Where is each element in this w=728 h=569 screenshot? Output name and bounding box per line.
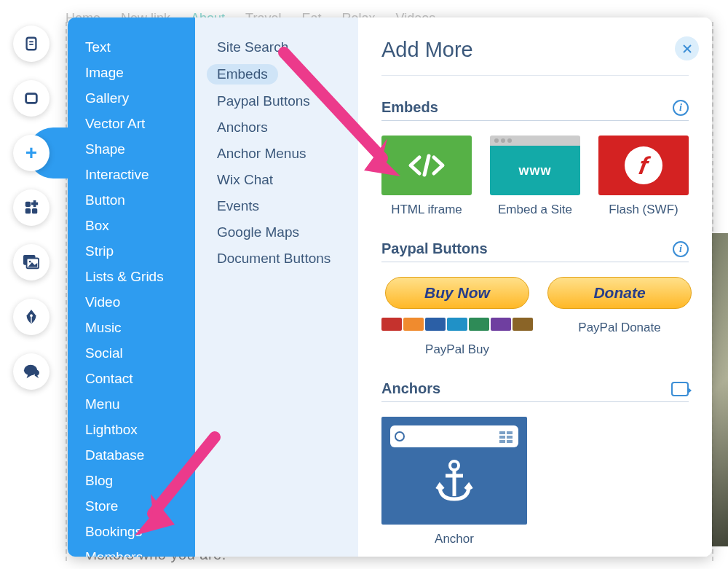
category-members[interactable]: Members	[82, 548, 195, 557]
anchor-element[interactable]: Anchor	[381, 417, 527, 546]
html-iframe-thumb	[381, 136, 472, 195]
embed-flash[interactable]: f Flash (SWF)	[598, 136, 689, 217]
category-lightbox[interactable]: Lightbox	[82, 420, 195, 439]
info-icon[interactable]: i	[673, 241, 689, 257]
embed-label: HTML iframe	[391, 203, 462, 217]
section-title-paypal: Paypal Buttons	[381, 240, 488, 257]
apps-button[interactable]	[13, 189, 50, 226]
flash-icon: f	[625, 146, 662, 184]
paypal-donate[interactable]: Donate PayPal Donate	[547, 277, 692, 357]
svg-line-17	[424, 156, 429, 175]
category-list: TextImageGalleryVector ArtShapeInteracti…	[68, 17, 195, 557]
payment-card-icon	[513, 318, 533, 331]
page-icon	[23, 36, 39, 52]
left-toolbar: +	[13, 25, 53, 390]
add-button[interactable]: +	[13, 135, 50, 171]
anchor-icon	[434, 460, 475, 503]
svg-point-12	[30, 314, 33, 317]
category-gallery[interactable]: Gallery	[82, 89, 195, 108]
section-title-embeds: Embeds	[381, 99, 438, 116]
code-icon	[406, 152, 447, 179]
paypal-label: PayPal Buy	[425, 342, 489, 357]
category-vector-art[interactable]: Vector Art	[82, 114, 195, 133]
panel-title: Add More	[381, 38, 689, 62]
category-contact[interactable]: Contact	[82, 369, 195, 388]
section-anchors: Anchors Anchor	[381, 380, 689, 546]
blog-button[interactable]	[13, 299, 50, 335]
category-box[interactable]: Box	[82, 216, 195, 235]
section-paypal: Paypal Buttons i Buy Now PayPal Buy Dona…	[381, 240, 689, 357]
category-text[interactable]: Text	[82, 38, 195, 57]
info-icon[interactable]: i	[673, 100, 689, 116]
chat-icon	[23, 364, 40, 380]
subcategory-list: Site SearchEmbedsPaypal ButtonsAnchorsAn…	[195, 17, 358, 557]
main-content: Add More Embeds i HTML iframe www	[358, 17, 712, 557]
paypal-buy-button: Buy Now	[385, 277, 529, 309]
embed-site[interactable]: www Embed a Site	[490, 136, 580, 217]
svg-rect-6	[25, 208, 31, 213]
category-menu[interactable]: Menu	[82, 395, 195, 414]
subcategory-embeds[interactable]: Embeds	[207, 64, 278, 85]
svg-point-11	[29, 261, 31, 263]
category-database[interactable]: Database	[82, 446, 195, 465]
payment-card-icon	[425, 318, 446, 331]
category-strip[interactable]: Strip	[82, 242, 195, 261]
chat-button[interactable]	[13, 353, 50, 390]
pages-button[interactable]	[13, 25, 50, 62]
paypal-buy[interactable]: Buy Now PayPal Buy	[381, 277, 533, 357]
add-panel: TextImageGalleryVector ArtShapeInteracti…	[68, 17, 712, 557]
background-button[interactable]	[13, 80, 50, 117]
media-button[interactable]	[13, 244, 50, 280]
media-icon	[23, 254, 40, 270]
subcategory-paypal-buttons[interactable]: Paypal Buttons	[217, 92, 358, 111]
svg-rect-3	[26, 94, 37, 103]
anchor-label: Anchor	[435, 532, 474, 546]
apps-icon	[23, 200, 39, 216]
category-shape[interactable]: Shape	[82, 140, 195, 159]
flash-thumb: f	[598, 136, 689, 195]
payment-card-icon	[381, 318, 402, 331]
close-button[interactable]	[675, 36, 699, 60]
section-icon	[23, 90, 39, 106]
section-embeds: Embeds i HTML iframe www Embed a Site	[381, 99, 689, 217]
subcategory-events[interactable]: Events	[217, 197, 358, 216]
category-bookings[interactable]: Bookings	[82, 522, 195, 541]
embed-html-iframe[interactable]: HTML iframe	[381, 136, 472, 217]
category-video[interactable]: Video	[82, 293, 195, 312]
subcategory-google-maps[interactable]: Google Maps	[217, 223, 358, 242]
payment-card-icon	[491, 318, 511, 331]
pen-icon	[23, 308, 39, 326]
payment-card-icon	[403, 318, 424, 331]
payment-card-icon	[447, 318, 467, 331]
paypal-label: PayPal Donate	[578, 321, 660, 335]
category-music[interactable]: Music	[82, 318, 195, 337]
subcategory-anchor-menus[interactable]: Anchor Menus	[217, 144, 358, 163]
subcategory-document-buttons[interactable]: Document Buttons	[217, 249, 358, 268]
svg-point-18	[450, 461, 459, 470]
embed-label: Embed a Site	[498, 203, 572, 217]
subcategory-site-search[interactable]: Site Search	[217, 38, 358, 57]
subcategory-wix-chat[interactable]: Wix Chat	[217, 170, 358, 189]
category-social[interactable]: Social	[82, 344, 195, 363]
video-help-icon[interactable]	[671, 382, 689, 396]
category-image[interactable]: Image	[82, 63, 195, 82]
svg-rect-4	[25, 202, 31, 207]
payment-card-icon	[469, 318, 489, 331]
category-lists-grids[interactable]: Lists & Grids	[82, 267, 195, 286]
embed-site-thumb: www	[490, 136, 580, 195]
plus-icon: +	[18, 140, 44, 166]
category-store[interactable]: Store	[82, 497, 195, 516]
category-blog[interactable]: Blog	[82, 471, 195, 490]
embed-label: Flash (SWF)	[609, 203, 678, 217]
anchor-thumb	[381, 417, 527, 525]
svg-rect-5	[32, 208, 37, 213]
paypal-donate-button: Donate	[547, 277, 692, 309]
svg-rect-8	[31, 203, 38, 205]
category-interactive[interactable]: Interactive	[82, 165, 195, 184]
category-button[interactable]: Button	[82, 191, 195, 210]
subcategory-anchors[interactable]: Anchors	[217, 118, 358, 137]
section-title-anchors: Anchors	[381, 380, 440, 397]
close-icon	[682, 44, 692, 54]
